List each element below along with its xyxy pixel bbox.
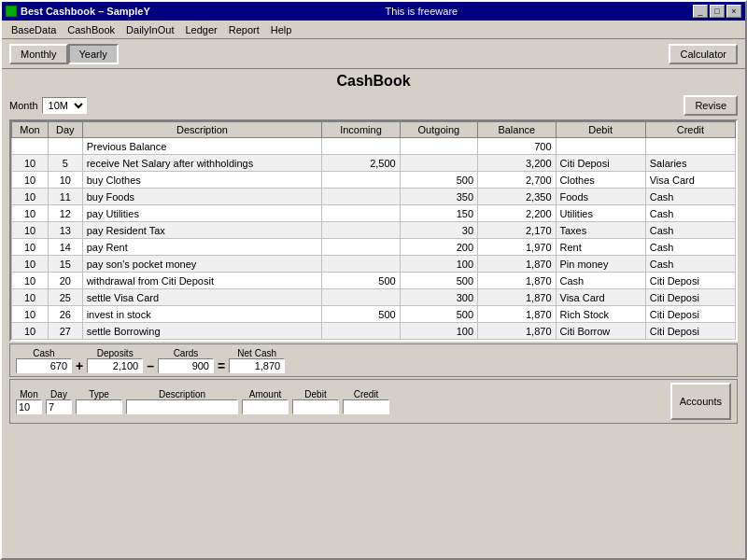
monthly-button[interactable]: Monthly xyxy=(9,44,68,64)
cell-day: 12 xyxy=(49,205,83,222)
cell-mon: 10 xyxy=(12,239,49,256)
cell-mon: 10 xyxy=(12,256,49,273)
window-subtitle: This is freeware xyxy=(386,6,458,17)
cell-day: 26 xyxy=(49,306,83,323)
cell-credit xyxy=(645,138,735,155)
cell-desc: withdrawal from Citi Deposit xyxy=(82,273,322,289)
minus-sign: – xyxy=(147,358,154,373)
input-debit-field[interactable] xyxy=(292,399,339,414)
cash-label: Cash xyxy=(33,348,54,358)
content-area: CashBook Month 10M 1M2M3M4M 5M6M7M8M 9M1… xyxy=(2,69,745,558)
toolbar: Monthly Yearly Calculator xyxy=(2,39,745,69)
cell-outgoing: 300 xyxy=(400,289,477,306)
cell-debit: Clothes xyxy=(556,172,645,189)
cell-balance: 2,170 xyxy=(478,222,556,239)
input-mon-label: Mon xyxy=(20,389,37,399)
cell-mon: 10 xyxy=(12,222,49,239)
cell-debit: Taxes xyxy=(556,222,645,239)
cell-incoming xyxy=(322,172,400,189)
table-row[interactable]: 10 11 buy Foods 350 2,350 Foods Cash xyxy=(12,189,736,205)
menu-cashbook[interactable]: CashBook xyxy=(62,23,120,36)
cell-debit: Rich Stock xyxy=(556,306,645,323)
cell-balance: 1,970 xyxy=(478,239,556,256)
cell-mon: 10 xyxy=(12,306,49,323)
deposits-label: Deposits xyxy=(97,348,134,358)
cell-outgoing xyxy=(400,155,477,172)
cell-debit: Utilities xyxy=(556,205,645,222)
cashbook-header: Month 10M 1M2M3M4M 5M6M7M8M 9M11M12M Rev… xyxy=(9,95,738,116)
accounts-button[interactable]: Accounts xyxy=(670,383,731,420)
table-row[interactable]: 10 13 pay Resident Tax 30 2,170 Taxes Ca… xyxy=(12,222,736,239)
cell-desc: pay Utilities xyxy=(82,205,322,222)
cell-incoming xyxy=(322,289,400,306)
cell-debit: Rent xyxy=(556,239,645,256)
input-amount-field[interactable] xyxy=(242,399,289,414)
cell-desc: pay son's pocket money xyxy=(82,256,322,273)
menu-help[interactable]: Help xyxy=(265,23,298,36)
table-row[interactable]: 10 15 pay son's pocket money 100 1,870 P… xyxy=(12,256,736,273)
cell-debit: Cash xyxy=(556,273,645,289)
input-credit-field[interactable] xyxy=(343,399,389,414)
menu-ledger[interactable]: Ledger xyxy=(179,23,222,36)
table-row[interactable]: 10 25 settle Visa Card 300 1,870 Visa Ca… xyxy=(12,289,736,306)
cell-balance: 1,870 xyxy=(478,323,556,340)
cell-outgoing: 500 xyxy=(400,273,477,289)
cell-balance: 2,200 xyxy=(478,205,556,222)
table-row[interactable]: 10 26 invest in stock 500 500 1,870 Rich… xyxy=(12,306,736,323)
cell-day: 5 xyxy=(49,155,83,172)
close-button[interactable]: × xyxy=(726,5,741,18)
cell-outgoing: 200 xyxy=(400,239,477,256)
table-row[interactable]: 10 27 settle Borrowing 100 1,870 Citi Bo… xyxy=(12,323,736,340)
cell-credit: Cash xyxy=(645,239,735,256)
table-row[interactable]: Previous Balance 700 xyxy=(12,138,736,155)
cell-debit: Foods xyxy=(556,189,645,205)
cell-balance: 2,350 xyxy=(478,189,556,205)
cell-balance: 1,870 xyxy=(478,289,556,306)
cell-desc: pay Rent xyxy=(82,239,322,256)
cell-outgoing: 350 xyxy=(400,189,477,205)
cell-mon: 10 xyxy=(12,155,49,172)
month-dropdown[interactable]: 10M 1M2M3M4M 5M6M7M8M 9M11M12M xyxy=(42,97,87,114)
summary-bar: Cash 670 + Deposits 2,100 – Cards 900 = … xyxy=(9,343,738,377)
cell-incoming xyxy=(322,189,400,205)
cell-credit: Cash xyxy=(645,222,735,239)
revise-button[interactable]: Revise xyxy=(684,95,738,116)
col-incoming: Incoming xyxy=(322,122,400,138)
month-label: Month xyxy=(9,100,38,111)
cell-mon: 10 xyxy=(12,205,49,222)
input-desc-field[interactable] xyxy=(126,399,238,414)
maximize-button[interactable]: □ xyxy=(710,5,725,18)
menu-bar: BaseData CashBook DailyInOut Ledger Repo… xyxy=(2,21,745,39)
cell-desc: receive Net Salary after withholdings xyxy=(82,155,322,172)
table-row[interactable]: 10 20 withdrawal from Citi Deposit 500 5… xyxy=(12,273,736,289)
cell-incoming xyxy=(322,323,400,340)
cell-incoming xyxy=(322,239,400,256)
cell-outgoing: 100 xyxy=(400,323,477,340)
cell-day: 13 xyxy=(49,222,83,239)
menu-dailyinout[interactable]: DailyInOut xyxy=(120,23,179,36)
cell-debit: Citi Borrow xyxy=(556,323,645,340)
cell-mon xyxy=(12,138,49,155)
cell-credit: Salaries xyxy=(645,155,735,172)
cell-credit: Citi Deposi xyxy=(645,273,735,289)
input-type-field[interactable] xyxy=(76,399,122,414)
input-mon-field[interactable] xyxy=(16,399,42,414)
table-row[interactable]: 10 12 pay Utilities 150 2,200 Utilities … xyxy=(12,205,736,222)
minimize-button[interactable]: _ xyxy=(693,5,708,18)
col-credit: Credit xyxy=(645,122,735,138)
menu-report[interactable]: Report xyxy=(223,23,265,36)
input-day-field[interactable] xyxy=(46,399,72,414)
cell-balance: 1,870 xyxy=(478,256,556,273)
cell-credit: Cash xyxy=(645,205,735,222)
cash-value: 670 xyxy=(16,358,72,373)
cell-incoming xyxy=(322,205,400,222)
yearly-button[interactable]: Yearly xyxy=(68,44,119,64)
cell-mon: 10 xyxy=(12,189,49,205)
menu-basedata[interactable]: BaseData xyxy=(6,23,62,36)
table-row[interactable]: 10 5 receive Net Salary after withholdin… xyxy=(12,155,736,172)
cell-incoming xyxy=(322,138,400,155)
table-row[interactable]: 10 10 buy Clothes 500 2,700 Clothes Visa… xyxy=(12,172,736,189)
table-row[interactable]: 10 14 pay Rent 200 1,970 Rent Cash xyxy=(12,239,736,256)
calculator-button[interactable]: Calculator xyxy=(669,44,738,64)
col-debit: Debit xyxy=(556,122,645,138)
